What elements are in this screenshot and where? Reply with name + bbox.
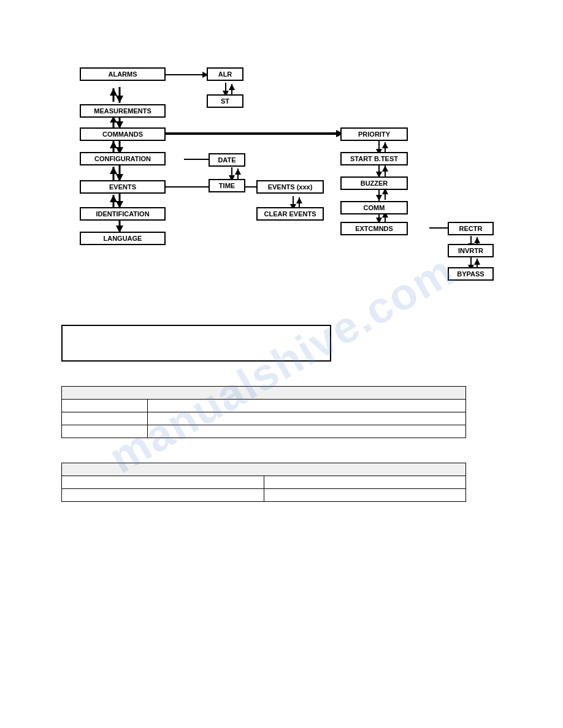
svg-marker-63 (474, 237, 480, 243)
node-extcmnds: EXTCMNDS (340, 222, 408, 235)
table-header-row (62, 387, 466, 400)
table2-header-row (62, 463, 466, 476)
node-events: EVENTS (80, 180, 166, 194)
node-alr: ALR (207, 67, 243, 81)
table-row (62, 412, 466, 425)
node-alarms: ALARMS (80, 67, 166, 81)
node-priority: PRIORITY (340, 127, 408, 141)
node-buzzer: BUZZER (340, 176, 408, 190)
table1-header (62, 387, 466, 400)
svg-marker-3 (110, 88, 117, 96)
table1-container (61, 386, 454, 438)
node-measurements: MEASUREMENTS (80, 104, 166, 118)
diagram-svg (61, 61, 503, 294)
svg-marker-19 (110, 195, 117, 202)
table-row (62, 476, 466, 489)
table1-col2-row1 (148, 400, 466, 412)
table1-col2-row3 (148, 425, 466, 438)
svg-marker-45 (382, 142, 388, 148)
table2-col1-row2 (62, 489, 264, 502)
svg-marker-51 (376, 195, 382, 201)
node-time: TIME (209, 179, 245, 192)
table2 (61, 463, 466, 502)
svg-marker-15 (110, 167, 117, 174)
table1-col1-row1 (62, 400, 148, 412)
node-date: DATE (209, 153, 245, 167)
node-comm: COMM (340, 201, 408, 214)
node-commands: COMMANDS (80, 127, 166, 141)
node-identification: IDENTIFICATION (80, 207, 166, 221)
svg-marker-41 (296, 197, 302, 203)
diagram-area: ALARMS MEASUREMENTS COMMANDS CONFIGURATI… (61, 61, 503, 294)
svg-marker-35 (235, 169, 241, 175)
node-rectr: RECTR (448, 222, 494, 235)
table2-col1-row1 (62, 476, 264, 489)
svg-marker-27 (229, 84, 235, 90)
text-box (61, 325, 331, 362)
table1 (61, 386, 466, 438)
table2-col2-row1 (264, 476, 466, 489)
node-invrtr: INVRTR (448, 244, 494, 257)
table1-col1-row2 (62, 412, 148, 425)
table-row (62, 400, 466, 412)
node-configuration: CONFIGURATION (80, 152, 166, 165)
table-row (62, 489, 466, 502)
node-clear-events: CLEAR EVENTS (256, 207, 324, 221)
svg-marker-67 (474, 259, 480, 265)
node-bypass: BYPASS (448, 267, 494, 281)
table2-container (61, 463, 454, 502)
table1-col1-row3 (62, 425, 148, 438)
node-st: ST (207, 94, 243, 108)
table2-header (62, 463, 466, 476)
svg-marker-49 (382, 165, 388, 172)
bottom-section (61, 325, 454, 526)
node-language: LANGUAGE (80, 232, 166, 245)
table1-col2-row2 (148, 412, 466, 425)
node-start-btest: START B.TEST (340, 152, 408, 165)
svg-marker-1 (116, 96, 123, 103)
table2-col2-row2 (264, 489, 466, 502)
svg-marker-11 (110, 141, 117, 148)
node-events-xxx: EVENTS (xxx) (256, 180, 324, 194)
table-row (62, 425, 466, 438)
